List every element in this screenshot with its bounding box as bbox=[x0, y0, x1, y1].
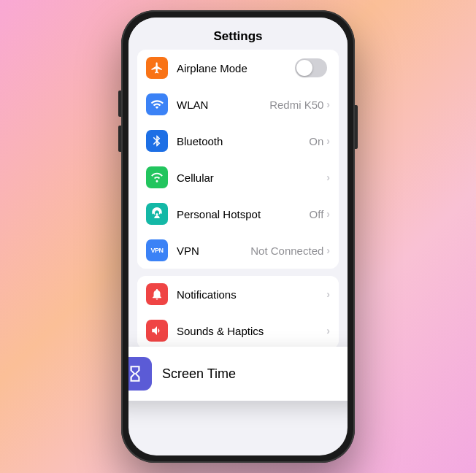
cellular-row[interactable]: Cellular › bbox=[137, 159, 339, 196]
airplane-mode-row[interactable]: Airplane Mode bbox=[137, 50, 339, 86]
airplane-icon-wrap bbox=[146, 57, 168, 79]
cellular-label: Cellular bbox=[177, 172, 326, 184]
hotspot-icon-wrap bbox=[146, 203, 168, 225]
bluetooth-row[interactable]: Bluetooth On › bbox=[137, 123, 339, 159]
bluetooth-icon bbox=[150, 134, 164, 147]
toggle-knob bbox=[296, 60, 312, 76]
power-button bbox=[355, 105, 358, 149]
vpn-icon-wrap: VPN bbox=[146, 239, 168, 261]
screen-time-card[interactable]: Screen Time › bbox=[128, 347, 348, 401]
cellular-chevron: › bbox=[326, 172, 330, 183]
personal-hotspot-label: Personal Hotspot bbox=[177, 208, 310, 220]
wlan-value: Redmi K50 bbox=[269, 99, 323, 111]
hotspot-chevron: › bbox=[326, 208, 330, 220]
cellular-icon bbox=[150, 171, 164, 184]
bluetooth-chevron: › bbox=[326, 135, 330, 147]
cellular-icon-wrap bbox=[146, 166, 168, 188]
bluetooth-label: Bluetooth bbox=[177, 135, 309, 147]
bluetooth-icon-wrap bbox=[146, 130, 168, 152]
hourglass-icon bbox=[128, 364, 145, 383]
sounds-haptics-label: Sounds & Haptics bbox=[177, 325, 326, 337]
settings-list: Airplane Mode WLAN Redmi K50 bbox=[128, 50, 348, 349]
notifications-label: Notifications bbox=[177, 288, 326, 301]
bluetooth-value: On bbox=[309, 135, 323, 147]
hotspot-value: Off bbox=[310, 208, 324, 220]
wlan-row[interactable]: WLAN Redmi K50 › bbox=[137, 86, 339, 123]
notifications-chevron: › bbox=[326, 288, 330, 300]
vpn-chevron: › bbox=[326, 245, 330, 256]
wlan-icon-wrap bbox=[146, 93, 168, 115]
wifi-icon bbox=[150, 98, 164, 111]
hotspot-icon bbox=[150, 207, 164, 220]
bell-icon bbox=[150, 288, 164, 301]
page-title: Settings bbox=[213, 29, 262, 43]
airplane-mode-label: Airplane Mode bbox=[177, 62, 295, 74]
settings-header: Settings bbox=[128, 18, 348, 50]
volume-down-button bbox=[118, 126, 121, 152]
phone-frame: Settings Airplane Mode bbox=[121, 10, 355, 463]
vpn-label: VPN bbox=[177, 245, 250, 257]
vpn-text-icon: VPN bbox=[150, 247, 163, 254]
phone-container: Settings Airplane Mode bbox=[121, 10, 355, 463]
wlan-chevron: › bbox=[326, 99, 330, 110]
vpn-row[interactable]: VPN VPN Not Connected › bbox=[137, 232, 339, 269]
sounds-chevron: › bbox=[326, 325, 330, 337]
airplane-mode-toggle[interactable] bbox=[295, 58, 327, 77]
personal-hotspot-row[interactable]: Personal Hotspot Off › bbox=[137, 196, 339, 232]
screen-time-icon-wrap bbox=[128, 357, 152, 391]
vpn-value: Not Connected bbox=[250, 245, 323, 257]
wlan-label: WLAN bbox=[177, 99, 269, 111]
airplane-icon bbox=[150, 61, 164, 74]
notifications-section: Notifications › Sounds & Haptics › bbox=[137, 276, 339, 349]
notifications-icon-wrap bbox=[146, 283, 168, 305]
sound-icon-wrap bbox=[146, 320, 168, 342]
screen-time-label: Screen Time bbox=[162, 366, 348, 382]
connectivity-section: Airplane Mode WLAN Redmi K50 bbox=[137, 50, 339, 269]
sounds-haptics-row[interactable]: Sounds & Haptics › bbox=[137, 312, 339, 349]
sound-icon bbox=[150, 324, 164, 337]
volume-up-button bbox=[118, 91, 121, 117]
notifications-row[interactable]: Notifications › bbox=[137, 276, 339, 312]
phone-screen: Settings Airplane Mode bbox=[128, 18, 348, 455]
